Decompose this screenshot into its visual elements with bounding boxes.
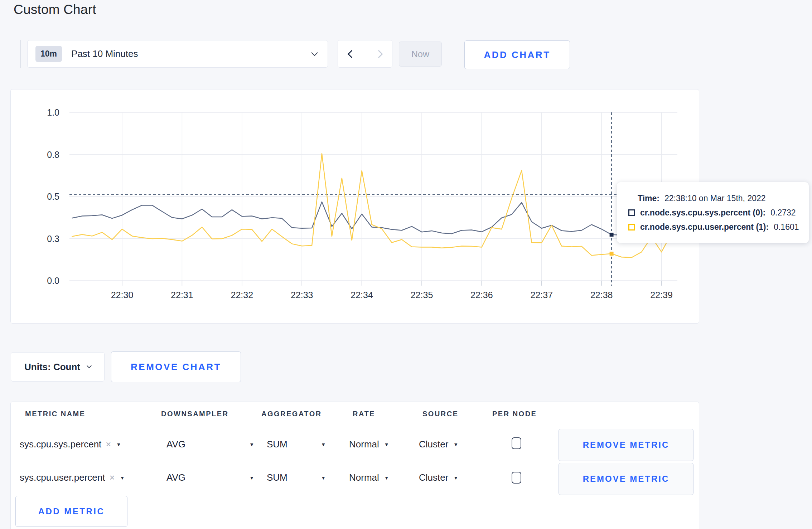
svg-text:22:35: 22:35 xyxy=(411,290,433,300)
col-header-downsampler: DOWNSAMPLER xyxy=(161,410,229,418)
downsampler-value: AVG xyxy=(166,439,185,450)
caret-down-icon: ▼ xyxy=(321,475,326,481)
source-value: Cluster xyxy=(419,439,448,450)
svg-text:22:36: 22:36 xyxy=(470,290,493,300)
col-header-source: SOURCE xyxy=(422,410,459,418)
svg-text:22:30: 22:30 xyxy=(111,290,134,300)
svg-text:22:32: 22:32 xyxy=(231,290,253,300)
remove-metric-button[interactable]: REMOVE METRIC xyxy=(559,463,693,495)
metric-name-select[interactable]: sys.cpu.user.percent × ▼ xyxy=(20,472,125,483)
svg-text:0.8: 0.8 xyxy=(47,150,59,160)
caret-down-icon: ▼ xyxy=(453,442,458,447)
source-select[interactable]: Cluster ▼ xyxy=(419,472,458,483)
tooltip-series-value: 0.2732 xyxy=(770,208,796,218)
remove-tag-icon[interactable]: × xyxy=(106,439,111,450)
remove-metric-button[interactable]: REMOVE METRIC xyxy=(559,429,693,461)
remove-chart-button[interactable]: REMOVE CHART xyxy=(111,351,241,382)
svg-text:22:39: 22:39 xyxy=(650,290,673,300)
toolbar-divider xyxy=(20,40,21,68)
svg-text:22:33: 22:33 xyxy=(291,290,313,300)
tooltip-time-label: Time: xyxy=(638,194,659,203)
caret-down-icon: ▼ xyxy=(453,475,458,481)
caret-down-icon: ▼ xyxy=(249,475,254,481)
tooltip-series-label: cr.node.sys.cpu.user.percent (1): xyxy=(640,222,769,232)
add-chart-button[interactable]: ADD CHART xyxy=(464,40,570,69)
col-header-metric-name: METRIC NAME xyxy=(25,410,86,418)
rate-select[interactable]: Normal ▼ xyxy=(349,472,389,483)
metric-name-select[interactable]: sys.cpu.sys.percent × ▼ xyxy=(20,439,121,450)
aggregator-value: SUM xyxy=(267,472,287,483)
page-title: Custom Chart xyxy=(14,2,96,17)
caret-down-icon: ▼ xyxy=(249,442,254,447)
metric-name: sys.cpu.user.percent xyxy=(20,472,105,483)
chevron-right-icon xyxy=(374,50,383,58)
chart-card: 1.00.80.50.30.022:3022:3122:3222:3322:34… xyxy=(10,89,699,324)
svg-text:22:34: 22:34 xyxy=(351,290,373,300)
downsampler-value: AVG xyxy=(166,472,185,483)
svg-text:22:37: 22:37 xyxy=(531,290,553,300)
col-header-per-node: PER NODE xyxy=(492,410,537,418)
rate-value: Normal xyxy=(349,439,379,450)
col-header-aggregator: AGGREGATOR xyxy=(261,410,322,418)
chevron-down-icon xyxy=(311,49,318,56)
source-select[interactable]: Cluster ▼ xyxy=(419,439,458,450)
tooltip-series-value: 0.1601 xyxy=(774,222,799,232)
svg-text:22:38: 22:38 xyxy=(590,290,613,300)
aggregator-select[interactable]: SUM ▼ xyxy=(267,439,326,450)
per-node-checkbox[interactable] xyxy=(512,437,521,449)
tooltip-series-label: cr.node.sys.cpu.sys.percent (0): xyxy=(640,208,765,218)
remove-tag-icon[interactable]: × xyxy=(109,472,115,483)
svg-text:0.0: 0.0 xyxy=(47,276,59,286)
caret-down-icon: ▼ xyxy=(116,442,121,447)
svg-text:0.5: 0.5 xyxy=(47,191,59,202)
units-label: Units: Count xyxy=(24,361,80,373)
add-metric-button[interactable]: ADD METRIC xyxy=(15,496,127,527)
caret-down-icon: ▼ xyxy=(120,475,125,481)
next-range-button[interactable] xyxy=(365,40,392,67)
time-range-select[interactable]: 10m Past 10 Minutes xyxy=(27,40,328,68)
cpu-usage-chart[interactable]: 1.00.80.50.30.022:3022:3122:3222:3322:34… xyxy=(11,89,699,323)
metric-name: sys.cpu.sys.percent xyxy=(20,439,101,450)
prev-range-button[interactable] xyxy=(338,40,365,67)
downsampler-select[interactable]: AVG ▼ xyxy=(166,439,254,450)
aggregator-select[interactable]: SUM ▼ xyxy=(267,472,326,483)
time-range-label: Past 10 Minutes xyxy=(71,48,312,59)
col-header-rate: RATE xyxy=(353,410,375,418)
per-node-checkbox[interactable] xyxy=(512,472,521,484)
chevron-left-icon xyxy=(347,50,356,58)
rate-select[interactable]: Normal ▼ xyxy=(349,439,389,450)
tooltip-time-value: 22:38:10 on Mar 15th, 2022 xyxy=(664,194,766,203)
series-sys-swatch-icon xyxy=(628,209,635,216)
time-range-badge: 10m xyxy=(35,46,62,62)
time-pager xyxy=(338,40,392,68)
now-button[interactable]: Now xyxy=(399,42,442,67)
svg-text:22:31: 22:31 xyxy=(171,290,193,300)
chevron-down-icon xyxy=(87,363,92,368)
aggregator-value: SUM xyxy=(267,439,287,450)
rate-value: Normal xyxy=(349,472,379,483)
downsampler-select[interactable]: AVG ▼ xyxy=(166,472,254,483)
svg-text:1.0: 1.0 xyxy=(47,107,59,117)
caret-down-icon: ▼ xyxy=(384,442,389,447)
chart-hover-tooltip: Time: 22:38:10 on Mar 15th, 2022 cr.node… xyxy=(617,182,809,243)
svg-text:0.3: 0.3 xyxy=(47,234,59,244)
units-select[interactable]: Units: Count xyxy=(11,352,105,382)
caret-down-icon: ▼ xyxy=(384,475,389,481)
caret-down-icon: ▼ xyxy=(321,442,326,447)
series-user-swatch-icon xyxy=(628,224,635,230)
source-value: Cluster xyxy=(419,472,448,483)
